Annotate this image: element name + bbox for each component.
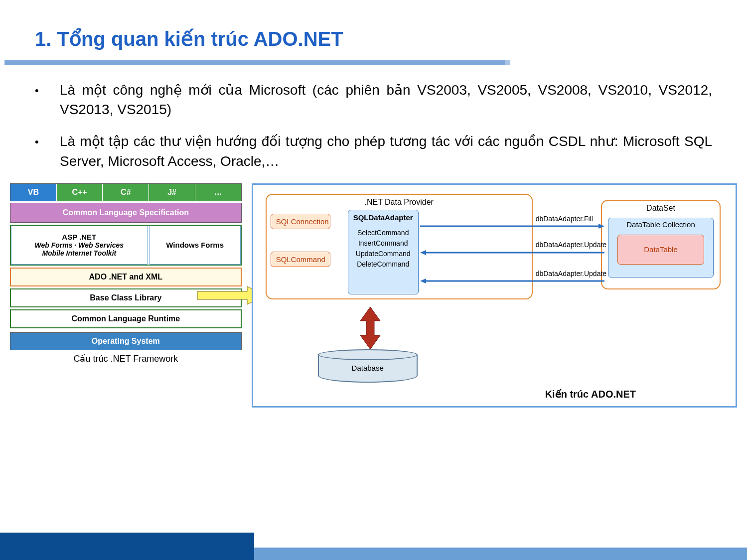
title-underline [4,60,510,65]
footer-bar-left [0,533,254,560]
footer-bar-right [254,548,747,560]
dataset-title: DataSet [602,204,720,213]
lang-cs: C# [103,184,149,201]
bullet-dot-icon: • [35,132,60,170]
bullet-item: • Là một tập các thư viện hướng đối tượn… [35,132,712,170]
framework-diagram: VB C++ C# J# … Common Language Specifica… [10,183,242,364]
arrow-fill-icon [420,223,604,229]
framework-caption: Cấu trúc .NET Framework [10,353,242,364]
ado-architecture-diagram: .NET Data Provider SQLConnection SQLComm… [252,183,737,408]
provider-title: .NET Data Provider [267,198,532,207]
fill-label: dbDataAdapter.Fill [536,215,593,223]
bullet-text: Là một công nghệ mới của Microsoft (các … [60,80,712,119]
os-box: Operating System [10,332,242,350]
aspnet-sub2: Mobile Internet Toolkit [11,249,147,257]
bullet-item: • Là một công nghệ mới của Microsoft (cá… [35,80,712,119]
ado-xml-box: ADO .NET and XML [10,268,242,286]
datatable-collection-box: DataTable Collection DataTable [608,218,714,278]
svg-marker-2 [598,224,604,229]
update-label-1: dbDataAdapter.Update [536,241,606,249]
svg-marker-6 [420,279,426,283]
svg-marker-7 [360,307,380,349]
sqlconnection-box: SQLConnection [271,214,330,229]
arrow-update2-icon [420,278,604,284]
database-label: Database [352,364,384,372]
datatable-box: DataTable [617,235,704,265]
dataset-box: DataSet DataTable Collection DataTable [601,200,721,289]
bullet-dot-icon: • [35,80,60,119]
lang-cpp: C++ [57,184,103,201]
winforms-label: Windows Forms [150,241,240,249]
clr-box: Common Language Runtime [10,309,242,328]
lang-vb: VB [10,184,57,201]
adapter-insertcmd: InsertCommand [348,238,418,249]
arrow-update1-icon [420,250,604,256]
adapter-title: SQLDataAdapter [348,213,418,222]
lang-js: J# [149,184,195,201]
ui-layer-row: ASP .NET Web Forms · Web Services Mobile… [10,225,242,266]
cls-box: Common Language Specification [10,203,242,223]
sqlcommand-box: SQLCommand [271,252,330,267]
aspnet-box: ASP .NET Web Forms · Web Services Mobile… [11,226,148,265]
slide-title: 1. Tổng quan kiến trúc ADO.NET [0,0,747,50]
bullet-list: • Là một công nghệ mới của Microsoft (cá… [0,65,747,171]
adapter-selectcmd: SelectCommand [348,228,418,238]
winforms-box: Windows Forms [149,226,241,265]
ado-caption: Kiến trúc ADO.NET [545,388,636,400]
bullet-text: Là một tập các thư viện hướng đối tượng … [60,132,712,170]
red-double-arrow-icon [358,307,383,351]
aspnet-title: ASP .NET [11,233,147,241]
adapter-deletecmd: DeleteCommand [348,259,418,270]
update-label-2: dbDataAdapter.Update [536,270,606,278]
aspnet-sub1: Web Forms · Web Services [11,241,147,249]
lang-more: … [195,184,241,201]
database-cylinder-icon: Database [318,349,418,384]
svg-marker-4 [420,250,426,255]
language-row: VB C++ C# J# … [10,183,242,201]
datatable-collection-label: DataTable Collection [626,220,695,229]
sqldataadapter-box: SQLDataAdapter SelectCommand InsertComma… [348,210,419,294]
adapter-updatecmd: UpdateCommand [348,249,418,259]
